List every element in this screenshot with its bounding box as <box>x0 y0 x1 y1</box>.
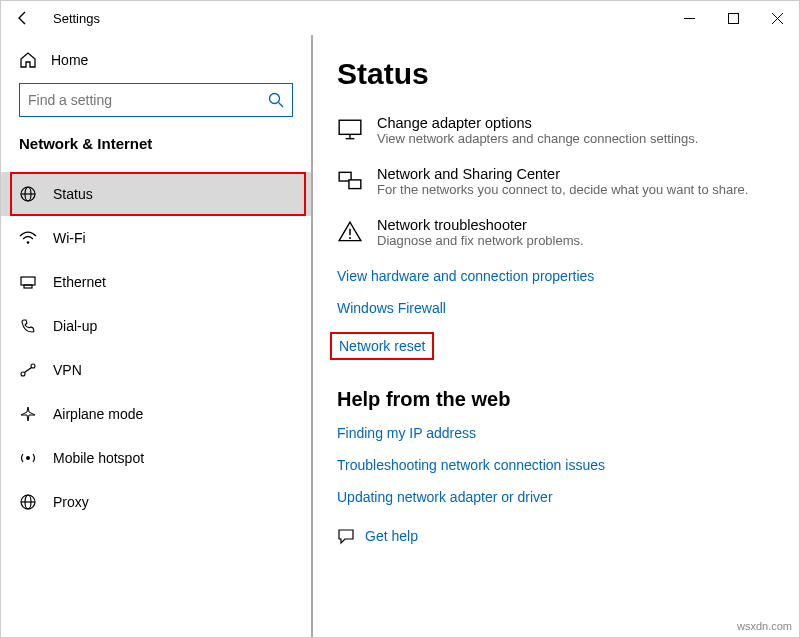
svg-point-13 <box>31 364 35 368</box>
sidebar-item-label: VPN <box>53 362 82 378</box>
link-network-reset[interactable]: Network reset <box>330 332 434 360</box>
search-box[interactable] <box>19 83 293 117</box>
maximize-button[interactable] <box>711 3 755 33</box>
setting-adapter-options[interactable]: Change adapter options View network adap… <box>337 115 773 146</box>
setting-desc: Diagnose and fix network problems. <box>377 233 584 248</box>
proxy-icon <box>19 493 37 511</box>
svg-rect-11 <box>24 285 32 288</box>
svg-point-15 <box>26 456 30 460</box>
sidebar-item-label: Wi-Fi <box>53 230 86 246</box>
sidebar-item-label: Status <box>53 186 93 202</box>
setting-desc: For the networks you connect to, decide … <box>377 182 748 197</box>
scrollbar[interactable] <box>311 35 313 637</box>
watermark: wsxdn.com <box>737 620 792 632</box>
svg-line-14 <box>25 368 32 373</box>
help-link-troubleshoot[interactable]: Troubleshooting network connection issue… <box>337 457 605 473</box>
window-title: Settings <box>53 11 100 26</box>
page-title: Status <box>337 57 773 91</box>
sidebar-item-dialup[interactable]: Dial-up <box>1 304 311 348</box>
svg-point-25 <box>349 237 351 239</box>
setting-title: Change adapter options <box>377 115 698 131</box>
sharing-icon <box>337 168 363 194</box>
svg-point-4 <box>270 94 280 104</box>
sidebar-item-status[interactable]: Status <box>1 172 311 216</box>
close-button[interactable] <box>755 3 799 33</box>
titlebar: Settings <box>1 1 799 35</box>
help-link-ip[interactable]: Finding my IP address <box>337 425 476 441</box>
content-pane: Status Change adapter options View netwo… <box>311 35 799 637</box>
ethernet-icon <box>19 273 37 291</box>
link-windows-firewall[interactable]: Windows Firewall <box>337 300 446 316</box>
help-section-title: Help from the web <box>337 388 773 411</box>
svg-rect-1 <box>728 13 738 23</box>
sidebar-item-wifi[interactable]: Wi-Fi <box>1 216 311 260</box>
svg-point-12 <box>21 372 25 376</box>
dialup-icon <box>19 317 37 335</box>
get-help-label: Get help <box>365 528 418 544</box>
setting-desc: View network adapters and change connect… <box>377 131 698 146</box>
section-title: Network & Internet <box>1 135 311 162</box>
home-button[interactable]: Home <box>1 43 311 83</box>
setting-sharing-center[interactable]: Network and Sharing Center For the netwo… <box>337 166 773 197</box>
hotspot-icon <box>19 449 37 467</box>
sidebar-item-airplane[interactable]: Airplane mode <box>1 392 311 436</box>
svg-line-5 <box>279 103 284 108</box>
search-icon <box>268 92 284 108</box>
sidebar-item-label: Mobile hotspot <box>53 450 144 466</box>
svg-rect-23 <box>349 180 361 189</box>
sidebar-item-ethernet[interactable]: Ethernet <box>1 260 311 304</box>
get-help-button[interactable]: Get help <box>337 527 773 545</box>
wifi-icon <box>19 229 37 247</box>
sidebar: Home Network & Internet Status <box>1 35 311 637</box>
airplane-icon <box>19 405 37 423</box>
sidebar-item-hotspot[interactable]: Mobile hotspot <box>1 436 311 480</box>
sidebar-item-label: Ethernet <box>53 274 106 290</box>
minimize-button[interactable] <box>667 3 711 33</box>
chat-icon <box>337 527 355 545</box>
home-icon <box>19 51 37 69</box>
svg-point-9 <box>27 241 30 244</box>
sidebar-item-vpn[interactable]: VPN <box>1 348 311 392</box>
svg-rect-19 <box>339 120 361 134</box>
home-label: Home <box>51 52 88 68</box>
help-link-driver[interactable]: Updating network adapter or driver <box>337 489 553 505</box>
svg-rect-10 <box>21 277 35 285</box>
setting-title: Network and Sharing Center <box>377 166 748 182</box>
sidebar-item-label: Dial-up <box>53 318 97 334</box>
sidebar-item-label: Airplane mode <box>53 406 143 422</box>
setting-title: Network troubleshooter <box>377 217 584 233</box>
status-icon <box>19 185 37 203</box>
link-hardware-properties[interactable]: View hardware and connection properties <box>337 268 594 284</box>
troubleshoot-icon <box>337 219 363 245</box>
back-button[interactable] <box>11 6 35 30</box>
sidebar-item-label: Proxy <box>53 494 89 510</box>
setting-troubleshooter[interactable]: Network troubleshooter Diagnose and fix … <box>337 217 773 248</box>
vpn-icon <box>19 361 37 379</box>
search-input[interactable] <box>28 92 268 108</box>
sidebar-item-proxy[interactable]: Proxy <box>1 480 311 524</box>
adapter-icon <box>337 117 363 143</box>
